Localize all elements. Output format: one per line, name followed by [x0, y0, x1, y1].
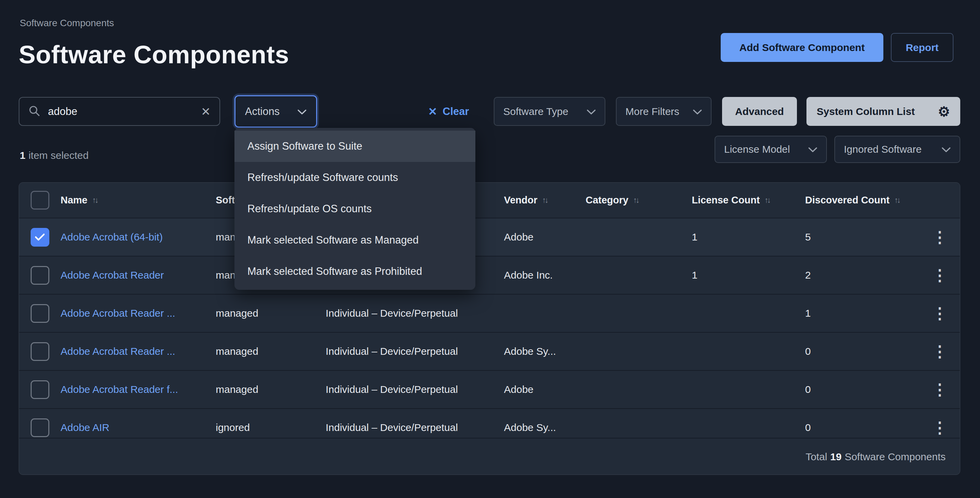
- gear-icon: ⚙: [938, 105, 950, 118]
- discovered-count-cell: 2: [805, 269, 920, 281]
- license-count-cell: 1: [692, 269, 805, 281]
- actions-menu-item[interactable]: Assign Software to Suite: [234, 130, 476, 162]
- discovered-count-cell: 0: [805, 384, 920, 395]
- select-all-checkbox[interactable]: [30, 191, 49, 210]
- license-model-label: License Model: [724, 143, 790, 155]
- software-components-table: Name↑↓Software Status↑↓Vendor↑↓Category↑…: [19, 182, 960, 475]
- search-input[interactable]: [48, 105, 194, 118]
- row-checkbox[interactable]: [30, 304, 49, 323]
- more-filters-label: More Filters: [625, 106, 679, 117]
- page-title: Software Components: [19, 40, 289, 69]
- actions-menu-item[interactable]: Refresh/update Software counts: [234, 162, 476, 193]
- column-header-label: Name: [60, 194, 88, 206]
- search-box[interactable]: ✕: [19, 97, 220, 126]
- license-model-cell: Individual – Device/Perpetual: [326, 384, 504, 395]
- clear-icon: ✕: [428, 106, 437, 117]
- row-menu-kebab-icon[interactable]: ⋮: [932, 420, 948, 435]
- software-status-cell: managed: [216, 307, 326, 319]
- license-model-cell: Individual – Device/Perpetual: [326, 307, 504, 319]
- row-checkbox[interactable]: [30, 380, 49, 399]
- sort-icon[interactable]: ↑↓: [542, 196, 547, 205]
- column-header[interactable]: License Count↑↓: [692, 194, 805, 206]
- actions-menu-item[interactable]: Refresh/update OS counts: [234, 193, 476, 224]
- vendor-cell: Adobe: [504, 384, 585, 395]
- sort-icon[interactable]: ↑↓: [894, 196, 899, 205]
- column-header-label: Vendor: [504, 194, 537, 206]
- sort-icon[interactable]: ↑↓: [765, 196, 770, 205]
- actions-menu: Assign Software to SuiteRefresh/update S…: [234, 128, 476, 290]
- row-menu-kebab-icon[interactable]: ⋮: [932, 267, 948, 283]
- row-checkbox[interactable]: [30, 418, 49, 437]
- clear-filters-button[interactable]: ✕ Clear: [428, 97, 469, 126]
- actions-menu-item[interactable]: Mark selected Software as Managed: [234, 224, 476, 256]
- column-header[interactable]: Vendor↑↓: [504, 194, 585, 206]
- table-row[interactable]: Adobe Acrobat Reader f...managedIndividu…: [19, 370, 960, 408]
- license-model-dropdown[interactable]: License Model: [714, 136, 827, 163]
- software-name-link[interactable]: Adobe Acrobat Reader ...: [60, 345, 175, 357]
- chevron-down-icon: [693, 106, 702, 117]
- discovered-count-cell: 1: [805, 307, 920, 319]
- chevron-down-icon: [298, 105, 307, 118]
- header-actions: Add Software Component Report: [721, 33, 953, 62]
- total-count: 19: [830, 451, 842, 463]
- actions-menu-item[interactable]: Mark selected Software as Prohibited: [234, 256, 476, 287]
- discovered-count-cell: 5: [805, 231, 920, 243]
- row-checkbox[interactable]: [30, 266, 49, 285]
- total-prefix: Total: [805, 451, 827, 463]
- software-name-link[interactable]: Adobe Acrobat Reader ...: [60, 307, 175, 319]
- table-footer: Total 19 Software Components: [19, 438, 960, 475]
- total-suffix: Software Components: [845, 451, 946, 463]
- row-menu-kebab-icon[interactable]: ⋮: [932, 305, 948, 321]
- row-menu-kebab-icon[interactable]: ⋮: [932, 344, 948, 359]
- software-name-link[interactable]: Adobe Acrobat Reader f...: [60, 384, 178, 395]
- software-components-page: Software Components Software Components …: [0, 0, 980, 498]
- column-header[interactable]: Name↑↓: [60, 194, 216, 206]
- row-checkbox[interactable]: [30, 342, 49, 361]
- vendor-cell: Adobe Sy...: [504, 345, 585, 357]
- row-menu-kebab-icon[interactable]: ⋮: [932, 229, 948, 245]
- advanced-button[interactable]: Advanced: [722, 97, 797, 126]
- vendor-cell: Adobe Sy...: [504, 422, 585, 433]
- license-count-cell: 1: [692, 231, 805, 243]
- table-header-row: Name↑↓Software Status↑↓Vendor↑↓Category↑…: [19, 183, 960, 218]
- clear-label: Clear: [443, 105, 469, 118]
- discovered-count-cell: 0: [805, 345, 920, 357]
- vendor-cell: Adobe: [504, 231, 585, 243]
- sort-icon[interactable]: ↑↓: [92, 196, 97, 205]
- row-menu-kebab-icon[interactable]: ⋮: [932, 382, 948, 397]
- system-column-list-button[interactable]: System Column List ⚙: [807, 97, 960, 126]
- selection-count: 1: [20, 150, 25, 161]
- software-name-link[interactable]: Adobe Acrobat Reader: [60, 269, 164, 281]
- column-header-label: License Count: [692, 194, 760, 206]
- table-row[interactable]: Adobe AIRignoredIndividual – Device/Perp…: [19, 408, 960, 438]
- column-header[interactable]: Category↑↓: [585, 194, 692, 206]
- vendor-cell: Adobe Inc.: [504, 269, 585, 281]
- more-filters-dropdown[interactable]: More Filters: [616, 97, 711, 126]
- table-row[interactable]: Adobe Acrobat Reader ...managedIndividua…: [19, 332, 960, 370]
- ignored-software-label: Ignored Software: [844, 143, 921, 155]
- software-status-cell: managed: [216, 384, 326, 395]
- system-column-list-label: System Column List: [817, 106, 915, 117]
- row-checkbox[interactable]: [30, 228, 49, 247]
- actions-dropdown-button[interactable]: Actions: [234, 95, 317, 127]
- software-name-link[interactable]: Adobe AIR: [60, 422, 109, 433]
- actions-dropdown-label: Actions: [245, 105, 280, 118]
- software-status-cell: managed: [216, 345, 326, 357]
- column-header[interactable]: Discovered Count↑↓: [805, 194, 920, 206]
- add-software-component-button[interactable]: Add Software Component: [721, 33, 883, 62]
- table-row[interactable]: Adobe Acrobat Reader ...managedIndividua…: [19, 294, 960, 332]
- report-button[interactable]: Report: [891, 33, 953, 62]
- search-clear-icon[interactable]: ✕: [201, 106, 211, 117]
- ignored-software-dropdown[interactable]: Ignored Software: [834, 136, 960, 163]
- sort-icon[interactable]: ↑↓: [633, 196, 638, 205]
- table-row[interactable]: Adobe Acrobat (64-bit)managedAdobe15⋮: [19, 218, 960, 256]
- software-type-label: Software Type: [503, 106, 568, 117]
- chevron-down-icon: [942, 143, 951, 155]
- search-icon: [28, 105, 40, 118]
- license-model-cell: Individual – Device/Perpetual: [326, 422, 504, 433]
- chevron-down-icon: [587, 106, 596, 117]
- table-row[interactable]: Adobe Acrobat ReadermanagedAdobe Inc.12⋮: [19, 256, 960, 294]
- software-name-link[interactable]: Adobe Acrobat (64-bit): [60, 231, 163, 243]
- software-type-dropdown[interactable]: Software Type: [494, 97, 605, 126]
- license-model-cell: Individual – Device/Perpetual: [326, 345, 504, 357]
